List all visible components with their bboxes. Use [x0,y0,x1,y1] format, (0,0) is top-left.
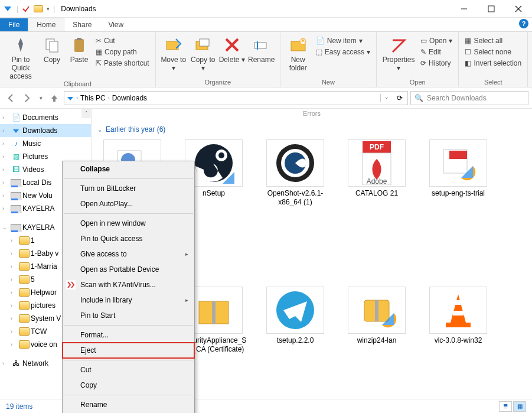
copy-to-button[interactable]: Copy to ▾ [189,33,217,72]
ctx-rename[interactable]: Rename [63,397,194,412]
expand-icon[interactable]: › [11,303,18,308]
ctx-scan-k7[interactable]: Scan with K7AntiVirus... [63,277,194,292]
expand-icon[interactable]: › [11,290,18,295]
expand-icon[interactable]: › [11,316,18,321]
expand-icon[interactable]: › [11,329,18,334]
ctx-bitlocker[interactable]: Turn on BitLocker [63,181,194,196]
ctx-portable-device[interactable]: Open as Portable Device [63,262,194,277]
qat-check-icon[interactable] [22,5,30,13]
new-folder-button[interactable]: ✶ New folder [284,33,312,72]
svg-rect-40 [455,300,461,305]
select-none-button[interactable]: ☐Select none [462,47,524,57]
chevron-down-icon[interactable]: ⌄ [97,126,102,133]
close-button[interactable] [505,0,532,18]
chevron-right-icon[interactable]: › [108,95,110,101]
address-dropdown-icon[interactable]: ⌄ [384,94,389,102]
expand-icon[interactable]: › [11,342,18,347]
expand-icon[interactable]: › [2,115,9,121]
navigation-bar: ▾ › This PC › Downloads ⌄ ⟳ 🔍 Search Dow… [0,87,532,109]
edit-button[interactable]: ✎Edit [418,47,455,57]
tab-file[interactable]: File [0,18,28,31]
paste-button[interactable]: Paste [66,33,92,64]
select-all-button[interactable]: ▦Select all [462,35,524,46]
search-input[interactable]: 🔍 Search Downloads [410,91,528,105]
open-button[interactable]: ▭Open ▾ [418,35,455,46]
chevron-right-icon[interactable]: › [76,95,78,101]
file-item[interactable]: tsetup.2.2.0 [260,287,330,354]
ctx-include-library[interactable]: Include in library▸ [63,292,194,308]
expand-icon[interactable]: › [11,238,18,243]
expand-icon[interactable]: › [2,180,9,186]
copy-button[interactable]: Copy [39,33,65,64]
svg-rect-10 [200,39,209,46]
minimize-button[interactable] [451,0,478,18]
properties-button[interactable]: Properties ▾ [380,33,417,72]
ctx-copy[interactable]: Copy [63,378,194,393]
group-header[interactable]: ⌄ Earlier this year (6) [97,121,526,139]
ctx-give-access[interactable]: Give access to▸ [63,246,194,262]
ctx-eject[interactable]: Eject [63,343,194,358]
file-label: vlc-3.0.8-win32 [435,334,482,345]
up-button[interactable] [47,91,61,105]
file-item[interactable]: OpenShot-v2.6.1-x86_64 (1) [260,139,330,207]
qat-folder-icon[interactable] [34,5,43,12]
ctx-collapse[interactable]: Collapse [63,161,194,177]
expand-icon[interactable]: › [2,154,9,160]
file-item[interactable]: setup-eng-ts-trial [423,139,493,207]
move-to-button[interactable]: Move to ▾ [159,33,188,72]
pin-to-quick-access-button[interactable]: Pin to Quick access [4,33,38,80]
tab-view[interactable]: View [100,18,132,31]
ctx-format[interactable]: Format... [63,327,194,343]
breadcrumb-seg[interactable]: This PC [79,94,107,102]
paste-shortcut-button[interactable]: ⇱Paste shortcut [93,58,152,69]
tree-node[interactable]: ›📄Documents [0,111,91,124]
expand-icon[interactable]: › [2,141,9,147]
ctx-pin-quick-access[interactable]: Pin to Quick access [63,231,194,246]
down-arrow-icon[interactable] [2,4,13,14]
view-details-button[interactable]: ≣ [499,401,512,412]
ctx-pin-start[interactable]: Pin to Start [63,308,194,323]
tab-home[interactable]: Home [28,18,64,31]
folder-icon [19,314,30,323]
copy-path-button[interactable]: ▦Copy path [93,47,152,57]
ctx-cut[interactable]: Cut [63,362,194,378]
svg-rect-41 [453,311,464,316]
recent-button[interactable]: ▾ [37,91,45,105]
invert-selection-button[interactable]: ◧Invert selection [462,58,524,69]
tree-node[interactable]: ›Downloads [0,124,91,137]
qat-dropdown-icon[interactable]: ▾ [47,6,50,12]
expand-icon[interactable]: › [11,264,18,269]
history-button[interactable]: ⟳History [418,58,455,69]
collapse-icon[interactable]: ⌄ [2,225,9,230]
tab-share[interactable]: Share [64,18,100,31]
new-item-button[interactable]: 📄New item ▾ [314,35,373,46]
expand-icon[interactable]: › [11,277,18,282]
refresh-icon[interactable]: ⟳ [397,94,403,102]
forward-button[interactable] [20,91,34,105]
rename-button[interactable]: Rename [247,33,276,64]
address-bar[interactable]: › This PC › Downloads ⌄ ⟳ [64,91,408,105]
help-icon[interactable]: ? [519,19,528,28]
tree-scroll-up[interactable]: ˄ [81,109,91,118]
expand-icon[interactable]: › [2,360,9,366]
file-thumbnail [266,287,324,334]
easy-access-button[interactable]: ⬚Easy access ▾ [314,47,373,57]
file-item[interactable]: vlc-3.0.8-win32 [423,287,493,354]
expand-icon[interactable]: › [2,128,9,134]
cut-button[interactable]: ✂Cut [93,35,152,46]
expand-icon[interactable]: › [2,167,9,173]
file-item[interactable]: winzip24-lan [342,287,412,354]
back-button[interactable] [4,91,18,105]
ctx-open-new-window[interactable]: Open in new window [63,216,194,231]
expand-icon[interactable]: › [2,206,9,212]
breadcrumb-seg[interactable]: Downloads [111,94,148,102]
expand-icon[interactable]: › [11,251,18,256]
file-item[interactable]: PDFAdobeCATALOG 21 [342,139,412,207]
ctx-autoplay[interactable]: Open AutoPlay... [63,196,194,212]
view-icons-button[interactable]: ▦ [513,401,526,412]
maximize-button[interactable] [478,0,505,18]
delete-button[interactable]: Delete ▾ [218,33,246,64]
svg-rect-42 [446,323,471,327]
tree-node[interactable]: ›♪Music [0,137,91,150]
expand-icon[interactable]: › [2,193,9,199]
